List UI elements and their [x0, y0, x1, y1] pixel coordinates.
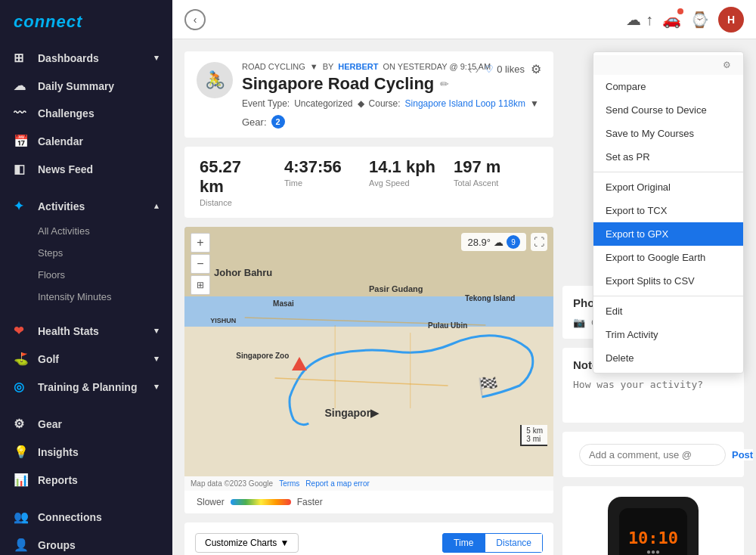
sidebar-item-news-feed[interactable]: ◧ News Feed: [0, 155, 172, 183]
user-avatar[interactable]: H: [718, 7, 744, 33]
sidebar-item-training-planning[interactable]: ◎ Training & Planning ▾: [0, 373, 172, 401]
chevron-up-icon: ▴: [154, 201, 159, 211]
content-area: 🚴 ROAD CYCLING ▼ BY HERBERT ON YESTERDAY…: [172, 39, 756, 555]
dropdown-item-compare[interactable]: Compare: [593, 75, 743, 98]
sidebar-item-connections[interactable]: 👥 Connections: [0, 503, 172, 531]
time-distance-toggle: Time Distance: [442, 533, 543, 553]
dropdown-item-delete[interactable]: Delete: [593, 346, 743, 370]
zoom-in-button[interactable]: +: [191, 233, 210, 253]
map-report-link[interactable]: Report a map error: [305, 479, 369, 488]
sidebar: connect ⊞ Dashboards ▾ ☁ Daily Summary 〰…: [0, 0, 172, 555]
sidebar-item-label: Health Stats: [38, 325, 99, 337]
sidebar-item-daily-summary[interactable]: ☁ Daily Summary: [0, 72, 172, 100]
course-link[interactable]: Singapore Island Loop 118km: [405, 98, 525, 109]
by-label: BY: [323, 62, 334, 71]
event-type-value[interactable]: Uncategorized: [294, 98, 352, 109]
sidebar-item-label: Golf: [38, 353, 59, 365]
daily-summary-icon: ☁: [14, 79, 30, 93]
stat-distance: 65.27 km Distance: [200, 157, 284, 207]
gear-info: Gear: 2: [242, 115, 541, 129]
activity-title-row: Singapore Road Cycling ✏: [242, 74, 541, 94]
activity-avatar: 🚴: [197, 62, 233, 98]
course-dropdown[interactable]: ▼: [530, 98, 539, 109]
sidebar-item-dashboards[interactable]: ⊞ Dashboards ▾: [0, 44, 172, 72]
dropdown-item-export-original[interactable]: Export Original: [593, 175, 743, 199]
likes-button[interactable]: ♡ 0 likes: [485, 64, 525, 75]
prev-activity-button[interactable]: ‹: [469, 64, 472, 76]
distance-toggle-button[interactable]: Distance: [485, 533, 543, 553]
dropdown-divider-1: [593, 172, 743, 172]
map-container: Johor Bahru Pasir Gudang Pulau Ubin Teko…: [184, 227, 553, 513]
challenges-icon: 〰: [14, 107, 30, 120]
watch-time-display: 10:10: [628, 529, 678, 547]
sidebar-item-golf[interactable]: ⛳ Golf ▾: [0, 345, 172, 373]
map-image[interactable]: Johor Bahru Pasir Gudang Pulau Ubin Teko…: [184, 227, 553, 476]
sidebar-item-calendar[interactable]: 📅 Calendar: [0, 127, 172, 155]
main-content: ‹ ☁ ↑ 🚗 ⌚ H 🚴: [172, 0, 756, 555]
right-column: ⚙ Compare Send Course to Device Save to …: [562, 51, 744, 555]
event-type-label: Event Type:: [242, 98, 290, 109]
watch-icon[interactable]: ⌚: [690, 11, 709, 29]
calendar-icon: 📅: [14, 134, 30, 148]
dropdown-item-set-pr[interactable]: Set as PR: [593, 145, 743, 169]
sidebar-item-activities[interactable]: ✦ Activities ▴: [0, 192, 172, 220]
dropdown-item-send-course[interactable]: Send Course to Device: [593, 98, 743, 122]
next-activity-button[interactable]: ›: [475, 64, 479, 76]
stat-ascent-label: Total Ascent: [454, 178, 523, 188]
sidebar-item-reports[interactable]: 📊 Reports: [0, 466, 172, 494]
sidebar-item-label: Groups: [38, 539, 76, 551]
sidebar-item-challenges[interactable]: 〰 Challenges: [0, 100, 172, 127]
sidebar-item-insights[interactable]: 💡 Insights: [0, 438, 172, 466]
dropdown-gear-icon[interactable]: ⚙: [723, 60, 731, 70]
sidebar-subitem-all-activities[interactable]: All Activities: [0, 220, 172, 242]
sidebar-subitem-intensity-minutes[interactable]: Intensity Minutes: [0, 286, 172, 308]
post-button[interactable]: Post: [732, 449, 753, 460]
layers-button[interactable]: ⊞: [191, 275, 210, 295]
comment-input[interactable]: [579, 444, 726, 466]
notification-badge: [677, 8, 683, 14]
stat-distance-value: 65.27 km: [200, 157, 269, 197]
watch-sub-display: ●●●: [646, 547, 660, 555]
sidebar-item-health-stats[interactable]: ❤ Health Stats ▾: [0, 317, 172, 345]
dropdown-arrow[interactable]: ▼: [310, 62, 318, 71]
sidebar-subitem-steps[interactable]: Steps: [0, 242, 172, 264]
comment-panel: Post: [562, 432, 744, 477]
charts-header: Customize Charts ▼ Time Distance: [195, 533, 543, 553]
notes-input[interactable]: [573, 379, 733, 409]
customize-charts-button[interactable]: Customize Charts ▼: [195, 533, 299, 553]
edit-icon[interactable]: ✏: [440, 78, 449, 90]
sidebar-item-gear[interactable]: ⚙ Gear: [0, 410, 172, 438]
sidebar-item-label: Dashboards: [38, 52, 99, 64]
map-label-pasir: Pasir Gudang: [369, 284, 423, 293]
time-toggle-button[interactable]: Time: [442, 533, 485, 553]
comment-row: Post: [573, 442, 733, 467]
heart-icon: ♡: [485, 64, 494, 75]
map-expand-button[interactable]: ⛶: [531, 233, 547, 251]
dropdown-item-edit[interactable]: Edit: [593, 299, 743, 323]
chevron-down-icon: ▾: [154, 382, 159, 392]
left-column: 🚴 ROAD CYCLING ▼ BY HERBERT ON YESTERDAY…: [184, 51, 553, 555]
activity-title: Singapore Road Cycling: [242, 74, 434, 94]
sidebar-item-label: Insights: [38, 446, 79, 458]
dropdown-item-trim-activity[interactable]: Trim Activity: [593, 323, 743, 346]
gear-count[interactable]: 2: [271, 115, 285, 129]
back-button[interactable]: ‹: [184, 9, 206, 30]
sidebar-item-label: Connections: [38, 511, 102, 523]
zoom-out-button[interactable]: −: [191, 254, 210, 274]
settings-gear-icon[interactable]: ⚙: [531, 62, 541, 76]
sidebar-item-label: News Feed: [38, 163, 93, 175]
dropdown-item-export-splits-csv[interactable]: Export Splits to CSV: [593, 269, 743, 293]
dropdown-item-export-tcx[interactable]: Export to TCX: [593, 199, 743, 222]
notifications-icon[interactable]: 🚗: [662, 11, 681, 29]
upload-icon[interactable]: ☁ ↑: [626, 11, 653, 29]
dropdown-item-export-gpx[interactable]: Export to GPX: [593, 222, 743, 246]
map-label-tekong: Tekong Island: [465, 294, 516, 302]
dropdown-item-save-courses[interactable]: Save to My Courses: [593, 122, 743, 145]
sport-type: ROAD CYCLING: [242, 62, 305, 71]
map-controls: + − ⊞: [191, 233, 210, 295]
username-link[interactable]: HERBERT: [338, 62, 378, 71]
dropdown-item-export-google-earth[interactable]: Export to Google Earth: [593, 246, 743, 269]
sidebar-subitem-floors[interactable]: Floors: [0, 264, 172, 286]
map-terms-link[interactable]: Terms: [279, 479, 299, 488]
sidebar-item-groups[interactable]: 👤 Groups: [0, 531, 172, 555]
